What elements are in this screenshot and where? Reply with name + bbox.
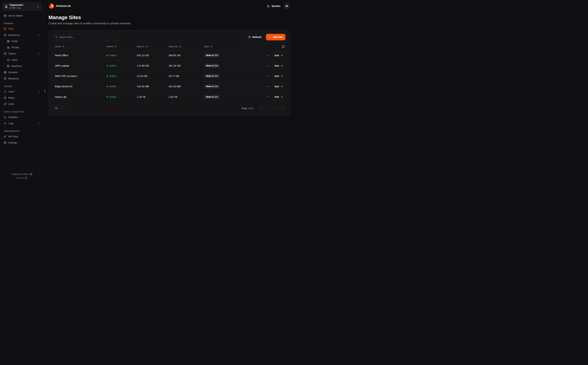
gear-icon (4, 141, 7, 144)
site-data-in: 423.13 GB (135, 54, 167, 57)
status-label: Online (109, 75, 116, 77)
page-head: Manage Sites Create and manage sites to … (49, 14, 290, 25)
next-page-button[interactable] (273, 105, 278, 111)
sidebar-item-label: Analytics (8, 116, 18, 119)
avatar-initial: M (286, 5, 288, 7)
sites-icon (4, 28, 7, 30)
chevron-up-icon (38, 52, 40, 55)
sidebar-item-users[interactable]: Users (5, 57, 42, 63)
sidebar-item-label: Roles (8, 96, 14, 99)
version-link[interactable]: v1.13.0 (0, 177, 44, 179)
org-switcher-value: ACME Corp. (9, 7, 35, 9)
chevrons-up-down-icon (37, 5, 39, 8)
sidebar-item-settings[interactable]: Settings (2, 140, 42, 146)
edit-button[interactable]: Edit (272, 63, 286, 69)
sort-icon[interactable] (179, 45, 181, 48)
chevron-down-icon (38, 122, 40, 125)
site-name: Edge Device 01 (53, 85, 105, 88)
theme-toggle[interactable]: System (267, 5, 280, 7)
sidebar-item-server-admin[interactable]: Server Admin (2, 13, 42, 19)
prev-page-button[interactable] (265, 105, 271, 111)
sidebar-item-links[interactable]: Links (2, 101, 42, 107)
page-indicator: Page 1 of 1 (241, 107, 254, 110)
sidebar-item-public[interactable]: Public (5, 38, 42, 44)
sidebar-item-label: Public (11, 40, 18, 42)
sidebar-item-users[interactable]: Users (2, 89, 42, 95)
table-row: Home Lab Online 1.20 TB 1.53 TB Newt v1.… (53, 92, 285, 102)
sidebar-item-label: Sites (8, 28, 14, 30)
sort-icon[interactable] (115, 45, 117, 48)
site-data-out: 181.26 GB (167, 64, 202, 67)
search-box[interactable] (53, 34, 119, 40)
sort-icon[interactable] (210, 45, 212, 48)
org-switcher-label: Organization (9, 4, 35, 7)
sites-table: Name Online Data In Data Out Type North … (53, 43, 285, 102)
add-site-button[interactable]: Add Site (266, 34, 285, 40)
search-input[interactable] (59, 36, 117, 38)
column-header-name[interactable]: Name (53, 45, 105, 48)
row-menu-button[interactable] (266, 64, 269, 67)
sidebar-item-label: Logs (8, 122, 14, 125)
first-page-button[interactable] (258, 105, 264, 111)
sidebar-item-machines[interactable]: Machines (5, 63, 42, 69)
version-label: v1.13.0 (17, 177, 24, 179)
theme-label: System (271, 5, 280, 7)
row-menu-button[interactable] (266, 54, 269, 57)
edit-button[interactable]: Edit (272, 83, 286, 90)
column-header-data-out[interactable]: Data Out (167, 45, 202, 48)
sidebar-item-label: Private (11, 46, 19, 49)
sidebar-item-private[interactable]: Private (5, 44, 42, 50)
avatar[interactable]: M (284, 3, 290, 9)
sidebar-subsection: Users Machines (4, 57, 42, 69)
sidebar-item-roles[interactable]: Roles (2, 95, 42, 101)
status-label: Online (109, 64, 116, 67)
sort-icon[interactable] (62, 45, 64, 48)
brand[interactable]: PANGOLIN (49, 3, 71, 9)
row-menu-button[interactable] (266, 85, 269, 88)
sidebar-item-domains[interactable]: Domains (2, 69, 42, 75)
search-icon (55, 36, 58, 38)
row-menu-button[interactable] (266, 75, 269, 78)
row-menu-button[interactable] (266, 95, 269, 98)
github-icon[interactable] (30, 173, 32, 175)
status-badge: Online (107, 75, 116, 77)
column-header-online[interactable]: Online (105, 45, 135, 48)
sidebar-scrollbar-thumb[interactable] (44, 90, 45, 93)
link-icon (4, 103, 7, 105)
sidebar-item-blueprints[interactable]: Blueprints (2, 76, 42, 81)
type-badge: Newt v1.7.0 (204, 74, 220, 78)
sidebar-item-resources[interactable]: Resources (2, 32, 42, 38)
column-header-data-in[interactable]: Data In (135, 45, 167, 48)
sidebar-item-label: Domains (8, 71, 18, 74)
org-switcher[interactable]: Organization ACME Corp. (2, 2, 42, 11)
table-row: Edge Device 01 Online 144.24 MB 341.93 M… (53, 81, 285, 92)
sidebar-item-clients[interactable]: Clients (2, 51, 42, 56)
site-data-in: 13.10 GB (135, 75, 167, 77)
arrow-right-icon (280, 64, 283, 67)
key-icon (4, 135, 7, 138)
sort-icon[interactable] (146, 45, 148, 48)
sidebar-item-label: Blueprints (8, 77, 19, 80)
globe-icon (4, 71, 7, 74)
online-dot-icon (107, 96, 108, 98)
refresh-button[interactable]: Refresh (245, 34, 264, 40)
column-visibility-button[interactable] (282, 45, 285, 48)
edit-button[interactable]: Edit (272, 94, 286, 100)
sidebar-item-logs[interactable]: Logs (2, 120, 42, 126)
sidebar-item-sites[interactable]: Sites (2, 26, 42, 32)
sidebar-section-label: GENERAL (2, 19, 42, 26)
page-subtitle: Create and manage sites to enable connec… (49, 22, 290, 25)
last-page-button[interactable] (280, 105, 285, 111)
sidebar-item-analytics[interactable]: Analytics (2, 114, 42, 120)
page-size-select[interactable]: 20 (53, 105, 65, 112)
sidebar-footer: Enterprise Edition v1.13.0 (0, 173, 44, 179)
column-header-type[interactable]: Type (202, 45, 246, 48)
site-data-in: 144.24 MB (135, 85, 167, 88)
sidebar-section-label: LOGS & ANALYTICS (2, 107, 42, 114)
edit-button[interactable]: Edit (272, 73, 286, 79)
sidebar-section-label: ACCESS (2, 81, 42, 89)
site-data-out: 349.62 DB (167, 54, 202, 57)
edit-button[interactable]: Edit (272, 52, 286, 58)
chevron-down-icon (61, 107, 63, 109)
sidebar-item-api-keys[interactable]: API Keys (2, 133, 42, 139)
